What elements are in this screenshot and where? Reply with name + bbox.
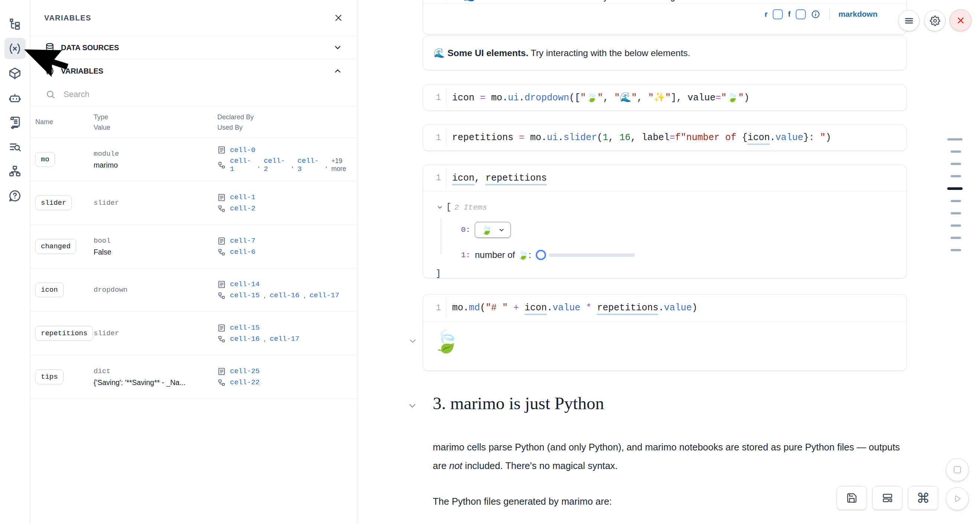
shutdown-button[interactable] bbox=[950, 9, 972, 31]
line-number: 1 bbox=[423, 173, 446, 183]
declared-by-icon bbox=[217, 280, 226, 289]
close-icon[interactable] bbox=[334, 13, 343, 22]
section-collapse-chevron-icon[interactable] bbox=[407, 401, 418, 411]
run-toggle-checkbox[interactable] bbox=[773, 9, 783, 19]
list-search-icon bbox=[8, 140, 22, 153]
search-input[interactable] bbox=[63, 89, 287, 100]
cell-link[interactable]: cell-17 bbox=[309, 291, 339, 299]
code-editor[interactable]: 1 mo.md("# " + icon.value * repetitions.… bbox=[423, 295, 907, 322]
minimap-cell-marker[interactable] bbox=[951, 200, 961, 202]
variable-name-badge[interactable]: slider bbox=[35, 196, 72, 210]
variables-section-header[interactable]: VARIABLES bbox=[30, 59, 357, 83]
ai-bot-icon bbox=[8, 91, 22, 104]
file-tree-icon bbox=[8, 18, 22, 31]
notebook-menu-button[interactable] bbox=[898, 10, 920, 31]
declared-by-icon bbox=[217, 146, 226, 154]
variable-value: {'Saving': '**Saving** - _Na... bbox=[94, 378, 213, 387]
cell-link[interactable]: cell-6 bbox=[230, 248, 255, 256]
declared-by-icon bbox=[217, 237, 226, 245]
minimap-cell-marker[interactable] bbox=[951, 225, 961, 227]
minimap-cell-marker[interactable] bbox=[951, 175, 961, 177]
cell-link[interactable]: cell-25 bbox=[230, 367, 260, 375]
sidebar-item-ai-assistant[interactable] bbox=[5, 87, 25, 108]
cell-link[interactable]: cell-2 bbox=[264, 157, 288, 173]
save-button[interactable] bbox=[837, 486, 867, 510]
stop-button[interactable] bbox=[946, 458, 969, 481]
items-count-label: 2 Items bbox=[454, 203, 487, 212]
run-all-button[interactable] bbox=[946, 487, 969, 510]
minimap-cell-marker[interactable] bbox=[951, 163, 961, 165]
minimap-cell-marker[interactable] bbox=[951, 212, 961, 214]
more-cells-label[interactable]: +19 more bbox=[331, 157, 357, 173]
cell-link[interactable]: cell-15 bbox=[230, 324, 260, 332]
settings-button[interactable] bbox=[924, 10, 945, 31]
cell-link[interactable]: cell-15 bbox=[230, 291, 260, 299]
sidebar-item-packages[interactable] bbox=[5, 62, 25, 84]
cell-link[interactable]: cell-1 bbox=[230, 193, 255, 201]
column-header-declared-used: Declared By Used By bbox=[217, 112, 357, 133]
cell-dropdown-def[interactable]: 1 icon = mo.ui.dropdown(["🍃", "🌊", "✨"],… bbox=[423, 84, 907, 111]
column-header-type-value: Type Value bbox=[94, 112, 217, 133]
variable-name-badge[interactable]: changed bbox=[35, 239, 76, 254]
cell-link[interactable]: cell-16 bbox=[230, 335, 260, 343]
slider-label: number of 🍃: bbox=[475, 250, 531, 260]
sidebar-item-logs[interactable] bbox=[5, 111, 25, 133]
code-editor[interactable]: 1 icon, repetitions bbox=[423, 165, 907, 191]
declared-by-icon bbox=[217, 367, 226, 376]
variable-value: False bbox=[94, 248, 213, 256]
collapse-chevron-icon[interactable] bbox=[436, 204, 443, 211]
slider-track[interactable] bbox=[549, 253, 635, 257]
variables-icon bbox=[8, 41, 22, 56]
minimap-cell-marker[interactable] bbox=[951, 151, 961, 153]
bracket-close: ] bbox=[436, 269, 907, 279]
variable-name-badge[interactable]: repetitions bbox=[35, 326, 93, 341]
minimap-cell-marker[interactable] bbox=[951, 237, 961, 239]
cell-collapse-chevron-icon[interactable] bbox=[408, 336, 418, 346]
code-line: mo.md("# " + icon.value * repetitions.va… bbox=[446, 303, 697, 313]
variable-name-badge[interactable]: icon bbox=[35, 282, 64, 297]
variable-name-badge[interactable]: tips bbox=[35, 370, 64, 384]
variable-name-badge[interactable]: mo bbox=[35, 152, 55, 167]
variable-row: momodulemarimocell-0cell-1, cell-2, cell… bbox=[30, 138, 357, 182]
language-toggle[interactable]: markdown bbox=[838, 10, 877, 19]
format-toggle-checkbox[interactable] bbox=[796, 9, 806, 19]
layout-button[interactable] bbox=[872, 486, 903, 510]
sidebar-item-file-explorer[interactable] bbox=[5, 13, 25, 35]
minimap-cell-marker[interactable] bbox=[947, 187, 963, 190]
cell-link[interactable]: cell-0 bbox=[230, 146, 255, 154]
slider-knob[interactable] bbox=[536, 250, 546, 260]
cell-slider-def[interactable]: 1 repetitions = mo.ui.slider(1, 16, labe… bbox=[423, 124, 907, 151]
minimap-cell-marker[interactable] bbox=[951, 249, 961, 251]
code-editor[interactable]: 1 **🌊 Some UI elements.** Try interactin… bbox=[423, 0, 907, 3]
section-paragraph-1: marimo cells parse Python (and only Pyth… bbox=[433, 438, 908, 475]
sidebar-item-snippets[interactable] bbox=[5, 136, 25, 157]
dependency-graph-icon bbox=[8, 165, 22, 178]
minimap-cell-marker[interactable] bbox=[947, 138, 963, 140]
cell-link[interactable]: cell-22 bbox=[230, 378, 260, 387]
variables-table-body: momodulemarimocell-0cell-1, cell-2, cell… bbox=[30, 138, 357, 399]
code-line: **🌊 Some UI elements.** Try interacting … bbox=[446, 0, 815, 3]
data-sources-section-header[interactable]: DATA SOURCES bbox=[30, 36, 357, 59]
sidebar-item-variables[interactable] bbox=[5, 38, 25, 59]
icon-dropdown-select[interactable]: 🍃 bbox=[475, 222, 511, 238]
cell-link[interactable]: cell-16 bbox=[270, 291, 299, 299]
cell-footer: r f markdown bbox=[423, 3, 907, 24]
cell-link[interactable]: cell-14 bbox=[230, 280, 260, 288]
cell-link[interactable]: cell-17 bbox=[270, 335, 299, 343]
shortcuts-button[interactable]: ⌘ bbox=[908, 486, 939, 510]
cell-link[interactable]: cell-1 bbox=[230, 157, 254, 173]
markdown-output: 🌊 Some UI elements. Try interacting with… bbox=[423, 36, 907, 70]
info-icon[interactable] bbox=[811, 10, 820, 19]
chevron-down-icon bbox=[498, 227, 505, 233]
declared-by-icon bbox=[217, 193, 226, 202]
section-bullet-list: easily versioned with git, yielding mini… bbox=[433, 521, 908, 524]
sidebar-item-dependencies[interactable] bbox=[5, 161, 25, 182]
used-by-icon bbox=[217, 378, 226, 387]
cell-link[interactable]: cell-3 bbox=[298, 157, 321, 173]
format-shortcut-label: f bbox=[788, 10, 791, 19]
variable-row: tipsdict{'Saving': '**Saving** - _Na...c… bbox=[30, 355, 357, 399]
cell-link[interactable]: cell-2 bbox=[230, 204, 255, 213]
cell-link[interactable]: cell-7 bbox=[230, 237, 255, 245]
sidebar-item-help[interactable] bbox=[5, 185, 25, 206]
variables-table-header: Name Type Value Declared By Used By bbox=[30, 107, 357, 138]
